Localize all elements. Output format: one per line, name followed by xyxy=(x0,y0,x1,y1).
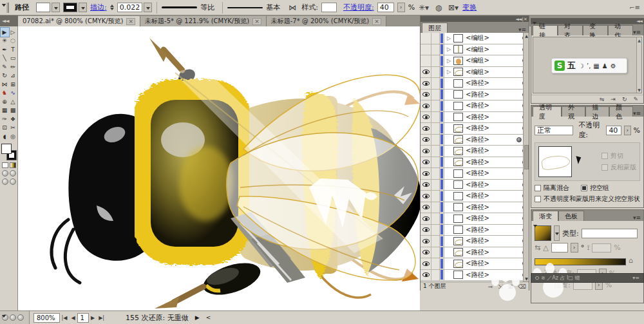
visibility-toggle[interactable] xyxy=(421,90,431,100)
free-transform-tool[interactable]: ⊞ xyxy=(9,80,17,89)
layer-thumbnail[interactable] xyxy=(453,214,463,223)
visibility-toggle[interactable] xyxy=(421,247,431,258)
layer-name[interactable]: <路径> xyxy=(466,191,515,200)
document-tab[interactable]: 未标题-5* @ 121.9% (CMYK/预览) × xyxy=(140,16,267,26)
pen-tool[interactable]: ✒ xyxy=(1,45,9,54)
layer-thumbnail[interactable] xyxy=(453,169,463,178)
layer-row[interactable]: ▷ <编组> xyxy=(421,55,529,67)
lock-toggle[interactable] xyxy=(431,202,440,213)
layer-thumbnail[interactable] xyxy=(453,192,463,200)
lock-toggle[interactable] xyxy=(431,168,440,179)
layer-row[interactable]: ▷ <编组> xyxy=(421,67,529,79)
zoom-tool[interactable]: ◎ xyxy=(9,132,17,141)
lock-toggle[interactable] xyxy=(431,100,440,111)
status-back-icon[interactable]: < xyxy=(206,314,211,321)
visibility-toggle[interactable] xyxy=(421,168,431,179)
lock-toggle[interactable] xyxy=(431,90,440,100)
perspective-grid-tool[interactable]: △ xyxy=(9,97,17,106)
tools-dock-collapse-icon[interactable]: ◄◄ xyxy=(0,15,18,26)
layer-thumbnail[interactable] xyxy=(453,102,463,110)
layer-thumbnail[interactable] xyxy=(453,68,463,76)
expand-triangle-icon[interactable]: ▷ xyxy=(444,69,453,75)
layer-name[interactable]: <路径> xyxy=(466,236,515,245)
layer-row[interactable]: <路径> xyxy=(421,236,529,247)
go-to-link-icon[interactable]: ⇥ xyxy=(611,96,616,102)
draw-normal-icon[interactable] xyxy=(2,170,8,176)
layer-name[interactable]: <路径> xyxy=(466,259,515,268)
layer-row[interactable]: <路径> xyxy=(421,213,529,225)
transparency-opacity-stepper[interactable]: › xyxy=(624,126,630,135)
type-tool[interactable]: T xyxy=(9,45,17,54)
lock-toggle[interactable] xyxy=(431,213,440,224)
layer-name[interactable]: <路径> xyxy=(466,214,515,223)
opacity-stepper[interactable]: › xyxy=(397,3,405,12)
gradient-angle-stepper[interactable]: › xyxy=(571,243,578,253)
selection-tool[interactable]: ▶ xyxy=(1,28,9,37)
opacity-field[interactable]: 40 xyxy=(377,3,394,12)
layer-thumbnail[interactable] xyxy=(453,45,463,53)
lock-toggle[interactable] xyxy=(431,225,440,236)
fill-color-dropdown[interactable] xyxy=(36,3,60,12)
mesh-tool[interactable]: ▦ xyxy=(1,106,9,115)
pencil-tool[interactable]: ✏ xyxy=(9,62,17,71)
opacity-grid-icon[interactable]: ⋈ xyxy=(287,3,298,13)
slice-tool[interactable]: ✂ xyxy=(9,124,17,133)
layer-name[interactable]: <路径> xyxy=(466,79,515,88)
layer-thumbnail[interactable] xyxy=(453,271,463,279)
paintbrush-tool[interactable]: ✎ xyxy=(1,62,9,71)
visibility-toggle[interactable] xyxy=(421,236,431,247)
visibility-toggle[interactable] xyxy=(421,78,431,89)
full-screen-menu-mode-icon[interactable] xyxy=(10,314,16,321)
eyedropper-tool[interactable]: ✑ xyxy=(1,115,9,124)
symbol-sprayer-tool[interactable]: ♞ xyxy=(1,89,9,98)
layer-name[interactable]: <路径> xyxy=(466,158,515,167)
stroke-weight-control[interactable]: 0.022 xyxy=(110,3,153,12)
layer-name[interactable]: <路径> xyxy=(466,124,515,133)
hand-tool[interactable]: ◖ xyxy=(1,132,9,141)
target-circle-icon[interactable] xyxy=(516,137,522,142)
collapsed-panel-strip[interactable]: ⛭ ≋ ／Az 占 Ⅰ□ 蝃 ▾≡ xyxy=(531,273,644,283)
gradient-panel-menu-icon[interactable]: ▾≡ xyxy=(633,214,643,221)
lock-toggle[interactable] xyxy=(431,191,440,202)
style-field[interactable] xyxy=(321,3,337,12)
layer-thumbnail[interactable] xyxy=(453,124,463,133)
ime-toolbar[interactable]: S 五 ☽ ’, ▦ ♟ ⚙ xyxy=(551,58,627,73)
opacity-panel-link[interactable]: 不透明度: xyxy=(343,3,374,12)
links-group-tab[interactable]: 变换 xyxy=(583,25,608,35)
layer-thumbnail[interactable] xyxy=(453,79,463,88)
document-tab-close-icon[interactable]: × xyxy=(372,18,381,25)
lock-toggle[interactable] xyxy=(431,146,440,157)
graph-tool[interactable]: ∿ xyxy=(9,89,17,98)
transparency-opacity-field[interactable]: 40 xyxy=(606,126,621,135)
transparency-group-tab[interactable]: 描边 xyxy=(585,106,609,117)
visibility-toggle[interactable] xyxy=(421,157,431,168)
layer-row[interactable]: <路径> xyxy=(421,247,529,259)
document-tab[interactable]: 07082.ai* @ 800% (CMYK/预览) × xyxy=(18,16,140,26)
links-group-tab[interactable]: 对齐 xyxy=(558,25,583,35)
blend-mode-select[interactable]: 正常 xyxy=(535,126,573,135)
layer-thumbnail[interactable] xyxy=(453,90,463,99)
visibility-toggle[interactable] xyxy=(421,33,431,44)
lock-toggle[interactable] xyxy=(431,247,440,258)
layer-name[interactable]: <路径> xyxy=(466,169,515,178)
select-similar-icon[interactable]: ✳▾ xyxy=(418,3,430,13)
lock-toggle[interactable] xyxy=(431,135,440,146)
lock-toggle[interactable] xyxy=(431,270,440,281)
lock-toggle[interactable] xyxy=(431,236,440,247)
fill-stroke-indicator[interactable] xyxy=(1,144,17,160)
layer-thumbnail[interactable] xyxy=(453,237,463,245)
lock-toggle[interactable] xyxy=(431,258,440,269)
layer-row[interactable]: <路径> xyxy=(421,191,529,202)
edit-original-icon[interactable]: ✎ xyxy=(633,96,638,102)
layer-row[interactable]: ▷ <编组> xyxy=(421,33,529,44)
right-dock-collapse-icon[interactable]: ◄◄ xyxy=(636,19,642,24)
layer-row[interactable]: <路径> xyxy=(421,157,529,169)
layer-row[interactable]: <路径> xyxy=(421,112,529,124)
make-clipping-mask-icon[interactable]: ⊸ xyxy=(488,283,493,290)
new-layer-icon[interactable]: ⊞ xyxy=(508,283,513,290)
layer-thumbnail[interactable] xyxy=(453,260,463,268)
transparency-group-tab[interactable]: 外观 xyxy=(562,106,585,117)
layer-name[interactable]: <编组> xyxy=(466,68,515,77)
stroke-dropdown-arrow-icon[interactable] xyxy=(79,3,87,12)
lasso-tool[interactable]: ◌ xyxy=(9,37,17,46)
